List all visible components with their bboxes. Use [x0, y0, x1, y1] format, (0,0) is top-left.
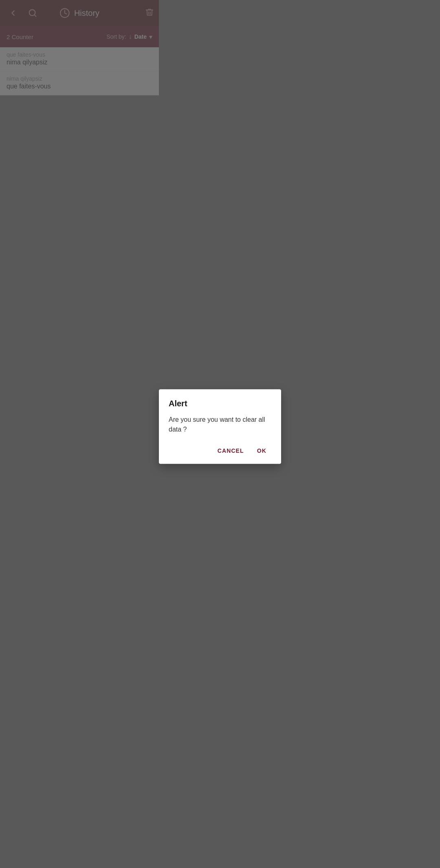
dialog-overlay — [0, 0, 159, 334]
